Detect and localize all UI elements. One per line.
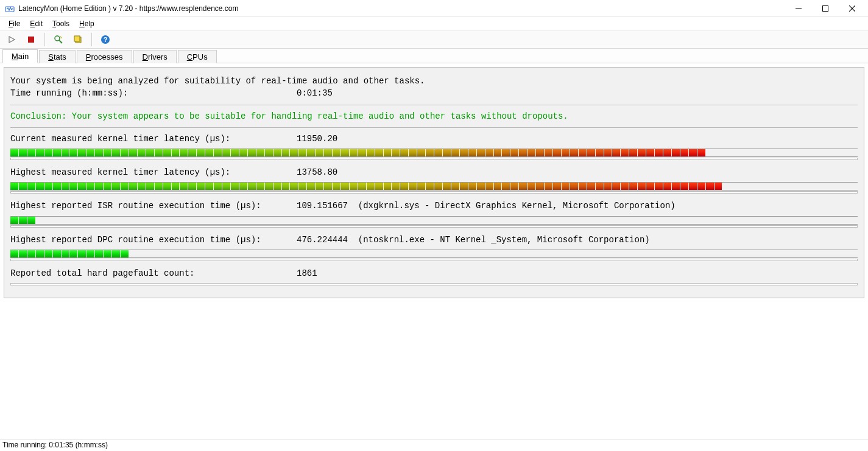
bar-segment <box>44 149 52 156</box>
bar-segment <box>629 217 637 224</box>
bar-segment <box>341 217 349 224</box>
bar-segment <box>375 149 383 156</box>
analyze-line: Your system is being analyzed for suitab… <box>10 75 858 87</box>
bar-segment <box>553 183 561 190</box>
tab-processes[interactable]: Processes <box>77 50 132 63</box>
tab-stats[interactable]: Stats <box>39 50 76 63</box>
bar-segment <box>562 250 570 257</box>
bar-segment <box>307 250 315 257</box>
bar-segment <box>282 217 290 224</box>
bar-segment <box>222 183 230 190</box>
bar-segment <box>816 250 824 257</box>
bar-segment <box>825 149 833 156</box>
bar-segment <box>612 217 620 224</box>
bar-segment <box>256 149 264 156</box>
bar-segment <box>44 183 52 190</box>
bar-segment <box>706 149 714 156</box>
tab-main[interactable]: Main <box>2 49 38 63</box>
bar-segment <box>596 250 604 257</box>
play-button[interactable] <box>4 32 19 47</box>
bar-segment <box>765 250 773 257</box>
bar-segment <box>222 217 230 224</box>
bar-segment <box>10 149 18 156</box>
bar-segment <box>646 149 654 156</box>
close-button[interactable] <box>839 0 866 17</box>
bar-segment <box>494 183 502 190</box>
bar-wrap <box>10 250 858 261</box>
maximize-button[interactable] <box>812 0 839 17</box>
bar-segment <box>799 217 807 224</box>
bar-segment <box>19 217 27 224</box>
bar-segment <box>715 149 722 156</box>
bar-segment <box>282 149 290 156</box>
bar-segment <box>290 217 298 224</box>
bar-segment <box>825 250 833 257</box>
bar-segment <box>86 250 94 257</box>
bar-segment <box>146 149 154 156</box>
tab-cpus[interactable]: CPUs <box>178 50 217 63</box>
bar-segment <box>468 183 476 190</box>
bar-segment <box>562 183 570 190</box>
metric-value: 1861 <box>297 267 317 279</box>
menu-file[interactable]: File <box>4 18 25 29</box>
bar-segment <box>341 183 349 190</box>
bar-segment <box>239 149 247 156</box>
bar-segment <box>400 183 408 190</box>
bar-segment <box>477 149 485 156</box>
bar-segment <box>298 183 306 190</box>
bar-segment <box>460 183 468 190</box>
bar-segment <box>333 250 340 257</box>
bar-segment <box>443 250 451 257</box>
menu-help[interactable]: Help <box>74 18 99 29</box>
conclusion-line: Conclusion: Your system appears to be su… <box>10 110 858 122</box>
bar-wrap <box>10 283 858 285</box>
bar-segment <box>350 149 358 156</box>
metric-row: Highest measured kernel timer latency (µ… <box>10 166 858 178</box>
bar-segment <box>502 250 510 257</box>
bar-segment <box>417 149 425 156</box>
bar-segment <box>205 183 213 190</box>
bar-segment <box>426 250 434 257</box>
bar-segment <box>782 149 790 156</box>
bar-segment <box>375 250 383 257</box>
bar-segment <box>138 183 146 190</box>
menu-tools-rest: ools <box>56 19 69 28</box>
bar-segment <box>188 217 196 224</box>
computer-button[interactable] <box>70 32 86 47</box>
bar-segment <box>672 217 680 224</box>
bar-segment <box>104 250 111 257</box>
time-value: 0:01:35 <box>297 87 333 99</box>
bar-segment <box>265 149 273 156</box>
metric-row: Current measured kernel timer latency (µ… <box>10 133 858 145</box>
bar-segment <box>205 217 213 224</box>
tab-drivers[interactable]: Drivers <box>133 50 177 63</box>
refresh-button[interactable] <box>51 32 66 47</box>
help-button[interactable]: ? <box>97 32 113 47</box>
bar-segment <box>417 183 425 190</box>
bar-segment <box>596 149 604 156</box>
bar-segment <box>825 217 833 224</box>
bar-segment <box>545 183 552 190</box>
bar-segment <box>172 250 180 257</box>
bar-segment <box>791 183 799 190</box>
bar-segment <box>748 149 756 156</box>
bar-segment <box>367 183 375 190</box>
menu-edit[interactable]: Edit <box>25 18 48 29</box>
stop-button[interactable] <box>23 32 39 47</box>
bar-segment <box>833 217 841 224</box>
bar-segment <box>570 149 578 156</box>
minimize-button[interactable] <box>785 0 812 17</box>
bar-segment <box>290 250 298 257</box>
bar-segment <box>722 217 730 224</box>
menu-tools[interactable]: Tools <box>48 18 74 29</box>
bar-segment <box>528 217 535 224</box>
metric-label: Current measured kernel timer latency (µ… <box>10 133 297 145</box>
bar-segment <box>587 183 595 190</box>
bar-segment <box>36 217 44 224</box>
bar-segment <box>350 183 358 190</box>
bar-segment <box>689 149 697 156</box>
bar-segment <box>188 250 196 257</box>
bar-segment <box>510 183 518 190</box>
bar-segment <box>697 183 705 190</box>
bar-segment <box>477 217 485 224</box>
